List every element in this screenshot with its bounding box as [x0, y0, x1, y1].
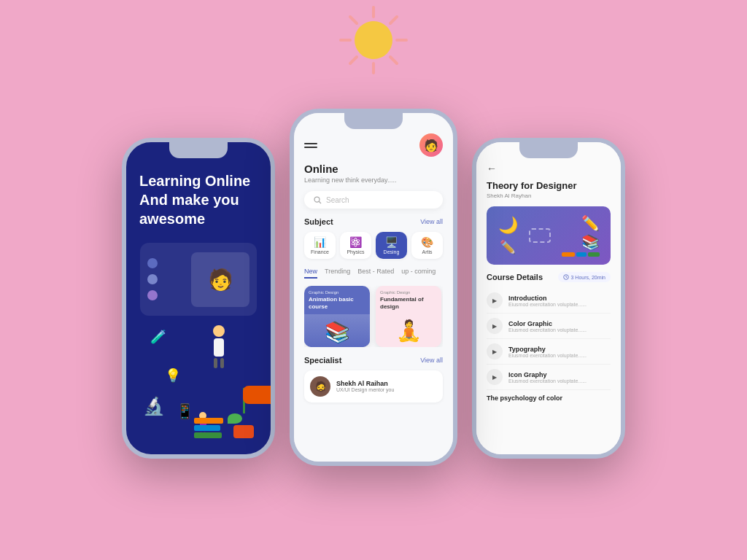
phone-1-notch	[169, 142, 228, 158]
phone-1-title: Learning Online And make you awesome	[139, 171, 258, 228]
tab-trending[interactable]: Trending	[325, 268, 350, 279]
design-label: Desing	[379, 249, 404, 254]
svg-line-4	[350, 17, 357, 23]
course-2-art: 🧘	[376, 314, 441, 347]
svg-point-9	[314, 197, 320, 202]
lightbulb-icon: 💡	[165, 368, 181, 384]
physics-label: Physics	[343, 249, 368, 254]
lesson-2-title: Color Graphic	[508, 320, 587, 327]
lesson-item-2[interactable]: ▶ Color Graphic Eiusmod exercitation vol…	[487, 314, 611, 339]
search-icon	[313, 195, 322, 204]
user-avatar[interactable]: 🧑	[419, 133, 443, 157]
lesson-3-info: Typography Eiusmod exercitation voluptat…	[508, 346, 587, 358]
phone-3: ← Theory for Designer Shekh Al Rayhan 🌙 …	[472, 138, 625, 459]
lesson-1-title: Introduction	[508, 295, 587, 302]
design-icon: 🖥️	[379, 236, 404, 248]
search-placeholder: Search	[326, 196, 349, 204]
specialist-view-all[interactable]: View all	[420, 357, 443, 364]
courses-row: Graphic Design Animation basic course 📚 …	[304, 286, 443, 347]
arm-decoration	[243, 386, 275, 404]
hamburger-line-2	[304, 147, 317, 148]
course-2-title: Fundamental of design	[376, 296, 441, 314]
play-btn-3[interactable]: ▶	[487, 343, 503, 359]
course-1-art: 📚	[304, 314, 370, 347]
arts-label: Artis	[414, 249, 440, 254]
lesson-4-title: Icon Graphy	[508, 371, 587, 378]
subject-label: Subject	[304, 217, 333, 226]
lesson-4-sub: Eiusmod exercitation voluptate......	[508, 378, 587, 384]
phone-device-icon: 📱	[176, 402, 194, 420]
hamburger-icon[interactable]	[304, 143, 317, 148]
phone-3-notch	[519, 142, 578, 158]
finance-icon: 📊	[307, 236, 333, 248]
finance-label: Finance	[307, 249, 333, 254]
lesson-5-title: The psychology of color	[487, 394, 562, 402]
phone-1: Learning Online And make you awesome 🧑	[122, 138, 275, 459]
tab-upcoming[interactable]: up - coming	[401, 268, 436, 279]
phone-2-content: 🧑 Online Learning new think everyday....…	[294, 113, 453, 462]
subject-view-all[interactable]: View all	[420, 218, 443, 225]
books-stack	[194, 418, 223, 438]
svg-point-8	[355, 21, 392, 59]
search-bar[interactable]: Search	[304, 191, 443, 209]
microscope-icon: 🔬	[143, 396, 165, 416]
specialist-row[interactable]: 🧔 Shekh Al Raihan UX/UI Design mentor yo…	[304, 370, 443, 402]
course-1-tag: Graphic Design	[304, 286, 370, 296]
course-banner: 🌙 ✏️ ✏️ 📚	[487, 206, 611, 265]
specialist-name: Shekh Al Raihan	[336, 380, 394, 387]
lesson-item-1[interactable]: ▶ Introduction Eiusmod exercitation volu…	[487, 288, 611, 314]
subject-finance[interactable]: 📊 Finance	[304, 232, 336, 259]
svg-line-7	[350, 57, 357, 63]
phone-2: 🧑 Online Learning new think everyday....…	[290, 109, 457, 466]
course-author: Shekh Al Rayhan	[487, 192, 611, 199]
art-dots	[147, 258, 158, 300]
hamburger-line-1	[304, 143, 317, 144]
clock-icon	[563, 274, 569, 280]
banner-center-art	[529, 228, 551, 243]
sun-decoration	[337, 4, 410, 79]
greeting-text: Online	[304, 163, 443, 175]
course-card-fundamental[interactable]: Graphic Design Fundamental of design 🧘	[376, 286, 441, 347]
tab-best-rated[interactable]: Best - Rated	[357, 268, 394, 279]
arts-icon: 🎨	[414, 236, 440, 248]
duration-badge: 3 Hours, 20min	[558, 272, 611, 282]
subject-arts[interactable]: 🎨 Artis	[411, 232, 443, 259]
specialist-avatar: 🧔	[310, 376, 330, 397]
course-details-label: Course Details	[487, 273, 543, 281]
phones-container: Learning Online And make you awesome 🧑	[122, 94, 625, 466]
banner-left-art: 🌙 ✏️	[498, 216, 518, 255]
specialist-info: Shekh Al Raihan UX/UI Design mentor you	[336, 380, 394, 392]
lesson-2-info: Color Graphic Eiusmod exercitation volup…	[508, 320, 587, 332]
play-btn-4[interactable]: ▶	[487, 369, 503, 385]
person-figure	[213, 325, 225, 368]
sun-svg	[337, 4, 410, 77]
subjects-row: 📊 Finance ⚛️ Physics 🖥️ Desing 🎨 Artis	[304, 232, 443, 259]
play-btn-1[interactable]: ▶	[487, 292, 503, 308]
lesson-item-4[interactable]: ▶ Icon Graphy Eiusmod exercitation volup…	[487, 365, 611, 390]
tab-new[interactable]: New	[304, 268, 317, 279]
phone-1-content: Learning Online And make you awesome 🧑	[126, 142, 271, 454]
specialist-role: UX/UI Design mentor you	[336, 387, 394, 392]
back-button[interactable]: ←	[487, 163, 611, 174]
phone-3-content: ← Theory for Designer Shekh Al Rayhan 🌙 …	[476, 142, 621, 454]
play-btn-2[interactable]: ▶	[487, 318, 503, 334]
subject-section-header: Subject View all	[304, 217, 443, 226]
course-1-title: Animation basic course	[304, 296, 370, 314]
lesson-2-sub: Eiusmod exercitation voluptate......	[508, 327, 587, 332]
svg-line-5	[390, 57, 397, 63]
lesson-1-sub: Eiusmod exercitation voluptate......	[508, 302, 587, 307]
greeting-subtext: Learning new think everyday.....	[304, 176, 443, 184]
phone-2-notch	[344, 113, 403, 129]
lesson-5-info: The psychology of color	[487, 394, 562, 402]
lesson-1-info: Introduction Eiusmod exercitation volupt…	[508, 295, 587, 307]
course-card-animation[interactable]: Graphic Design Animation basic course 📚	[304, 286, 370, 347]
banner-right-art: ✏️ 📚	[562, 214, 600, 257]
physics-icon: ⚛️	[343, 236, 368, 248]
courses-tabs: New Trending Best - Rated up - coming	[304, 268, 443, 279]
lessons-list: ▶ Introduction Eiusmod exercitation volu…	[487, 288, 611, 406]
phone-1-bottom-illustration: 🔬 💡 📱 🧪	[139, 322, 258, 438]
beaker-icon: 🧪	[150, 329, 166, 345]
lesson-item-3[interactable]: ▶ Typography Eiusmod exercitation volupt…	[487, 339, 611, 365]
subject-design[interactable]: 🖥️ Desing	[376, 232, 407, 259]
subject-physics[interactable]: ⚛️ Physics	[340, 232, 371, 259]
